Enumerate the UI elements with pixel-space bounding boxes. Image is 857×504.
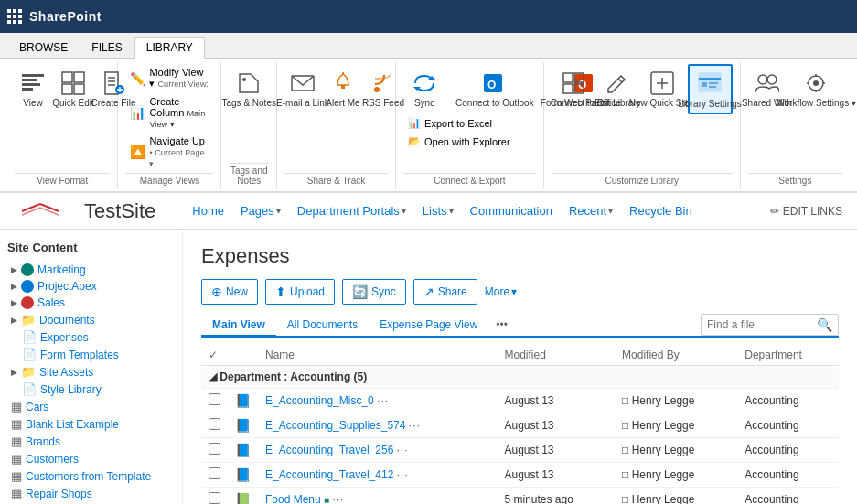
repair-shops-list-icon: ▦ (11, 487, 22, 500)
ribbon-group-sharetrack-label: Share & Track (284, 173, 388, 186)
tags-notes-label: Tags & Notes (221, 98, 275, 108)
sidebar-item-blank-list[interactable]: ▦ Blank List Example (7, 415, 175, 433)
sidebar-item-sales[interactable]: ▶ Sales (7, 295, 175, 311)
th-name[interactable]: Name (258, 345, 498, 366)
sync-label: Sync (414, 98, 434, 108)
export-excel-btn[interactable]: 📊 Export to Excel (403, 114, 515, 132)
library-settings-btn[interactable]: Library Settings (688, 64, 733, 114)
svg-rect-13 (62, 72, 72, 82)
ribbon-group-tags-label: Tags and Notes (229, 163, 268, 186)
nav-home[interactable]: Home (185, 200, 231, 221)
site-logo (15, 198, 70, 225)
row-context-btn[interactable]: ··· (397, 444, 409, 456)
grid-icon[interactable] (7, 9, 22, 24)
expenses-doc-icon: 📄 (22, 330, 37, 344)
row-context-btn[interactable]: ··· (409, 419, 421, 432)
sidebar-item-brands[interactable]: ▦ Brands (7, 433, 175, 450)
expand-documents-icon: ▶ (11, 316, 17, 325)
workflow-settings-label: Workflow Settings ▾ (776, 98, 856, 108)
sidebar-item-projectapex[interactable]: ▶ ProjectApex (7, 278, 175, 295)
new-btn[interactable]: ⊕ New (201, 279, 258, 305)
row-filetype-icon: 📘 (228, 438, 258, 463)
tags-notes-btn[interactable]: Tags & Notes (229, 64, 268, 113)
sidebar-item-cars[interactable]: ▦ Cars (7, 398, 175, 415)
th-modified[interactable]: Modified (498, 345, 616, 366)
create-column-btn[interactable]: 📊 Create Column Main View ▾ (125, 93, 213, 132)
row-check[interactable] (201, 413, 228, 438)
svg-line-57 (40, 204, 59, 211)
tab-files[interactable]: FILES (80, 37, 134, 58)
svg-rect-10 (22, 79, 37, 81)
sync-doc-btn[interactable]: 🔄 Sync (342, 279, 406, 305)
sidebar-item-form-templates[interactable]: 📄 Form Templates (7, 346, 175, 363)
tab-library[interactable]: LIBRARY (134, 37, 205, 59)
tab-browse[interactable]: BROWSE (7, 37, 80, 58)
sidebar-item-style-library[interactable]: 📄 Style Library (7, 381, 175, 398)
dept-header-label: ◢ Department : Accounting (5) (209, 370, 367, 383)
search-input[interactable] (707, 318, 817, 331)
ribbon-group-settings-label: Settings (748, 173, 842, 186)
svg-rect-8 (18, 20, 22, 24)
tab-expense-page-view[interactable]: Expense Page View (369, 315, 488, 337)
upload-btn[interactable]: ⬆ Upload (265, 279, 335, 305)
svg-rect-5 (18, 15, 22, 18)
sidebar-item-expenses[interactable]: 📄 Expenses (7, 328, 175, 346)
ribbon-view-btn[interactable]: View (15, 64, 51, 113)
sync-btn[interactable]: Sync (403, 64, 445, 113)
open-explorer-btn[interactable]: 📂 Open with Explorer (403, 133, 515, 150)
blank-list-icon: ▦ (11, 417, 22, 431)
email-link-btn[interactable]: E-mail a Link (284, 64, 321, 113)
sidebar-item-customers[interactable]: ▦ Customers (7, 450, 175, 467)
table-row: 📘 E_Accounting_Travel_412 ··· August 13 … (201, 463, 839, 488)
library-settings-label: Library Settings (678, 99, 741, 109)
form-web-parts-btn[interactable]: Form Web Parts (552, 64, 596, 113)
navigate-up-btn[interactable]: 🔼 Navigate Up • Current Page ▾ (125, 133, 213, 171)
svg-text:O: O (487, 79, 496, 91)
sidebar-item-documents[interactable]: ▶ 📁 Documents (7, 311, 175, 328)
more-btn[interactable]: More ▾ (485, 285, 517, 298)
nav-lists[interactable]: Lists ▾ (415, 200, 461, 221)
nav-dept-portals[interactable]: Department Portals ▾ (290, 200, 413, 221)
ribbon-quickedit-label: Quick Edit (52, 98, 94, 108)
new-quick-step-btn[interactable]: New Quick Step (639, 64, 683, 113)
nav-communication[interactable]: Communication (463, 200, 560, 221)
row-context-btn[interactable]: ··· (332, 493, 344, 504)
dept-header-accounting: ◢ Department : Accounting (5) (201, 366, 839, 389)
sidebar-item-customers-from-template[interactable]: ▦ Customers from Template (7, 467, 175, 485)
workflow-settings-btn[interactable]: Workflow Settings ▾ (789, 64, 842, 113)
th-modified-by[interactable]: Modified By (615, 345, 737, 366)
search-box[interactable]: 🔍 (701, 314, 839, 336)
tab-all-documents[interactable]: All Documents (276, 315, 369, 337)
nav-edit-links[interactable]: ✏ EDIT LINKS (770, 205, 842, 218)
sidebar-item-repair-shops[interactable]: ▦ Repair Shops (7, 485, 175, 502)
sidebar-item-site-assets[interactable]: ▶ 📁 Site Assets (7, 363, 175, 381)
row-check[interactable] (201, 389, 228, 413)
row-context-btn[interactable]: ··· (377, 394, 389, 407)
nav-pages[interactable]: Pages ▾ (233, 200, 288, 221)
sidebar-item-marketing[interactable]: ▶ Marketing (7, 262, 175, 278)
modify-view-btn[interactable]: ✏️ Modify View ▾ Current View: (125, 64, 213, 92)
search-icon[interactable]: 🔍 (817, 317, 832, 332)
nav-recent[interactable]: Recent ▾ (562, 200, 620, 221)
row-check[interactable] (201, 438, 228, 463)
nav-recycle-bin[interactable]: Recycle Bin (622, 200, 700, 221)
tab-more-btn[interactable]: ••• (488, 315, 515, 335)
navigate-up-icon: 🔼 (130, 145, 145, 159)
shared-with-icon (752, 69, 781, 98)
svg-line-59 (40, 208, 59, 215)
alert-me-btn[interactable]: Alert Me (325, 64, 361, 113)
row-department: Accounting (737, 488, 839, 505)
row-department: Accounting (737, 438, 839, 463)
row-check[interactable] (201, 463, 228, 488)
connect-outlook-btn[interactable]: O Connect to Outlook (449, 64, 541, 113)
tab-main-view[interactable]: Main View (201, 315, 276, 337)
row-filename: E_Accounting_Travel_256 ··· (258, 438, 498, 463)
ribbon-quickedit-btn[interactable]: Quick Edit (55, 64, 91, 113)
customers-list-icon: ▦ (11, 452, 22, 466)
share-btn[interactable]: ↗ Share (413, 279, 477, 305)
th-filetype (228, 345, 258, 366)
row-context-btn[interactable]: ··· (397, 468, 409, 481)
th-department[interactable]: Department (737, 345, 839, 366)
row-filename: E_Accounting_Travel_412 ··· (258, 463, 498, 488)
row-check[interactable] (201, 488, 228, 505)
